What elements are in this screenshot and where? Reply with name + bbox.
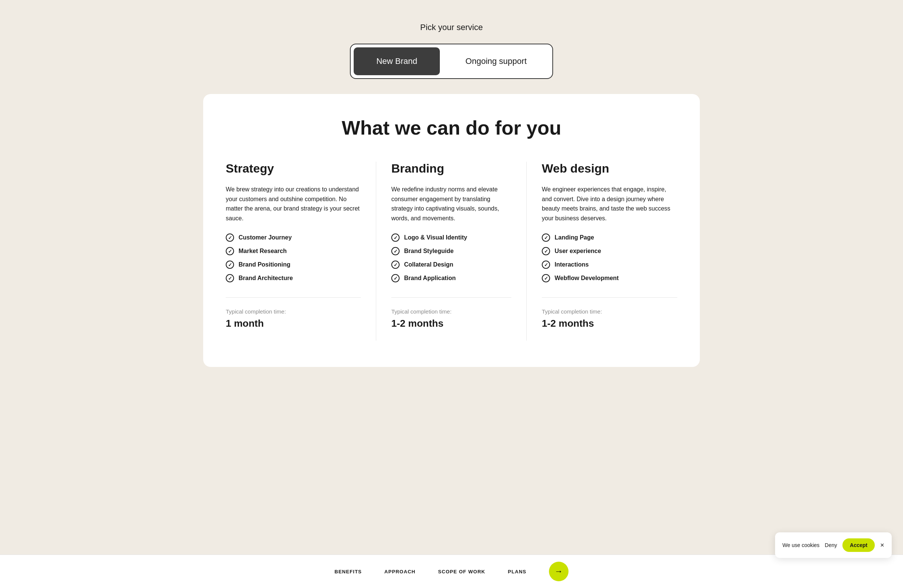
webdesign-completion-label: Typical completion time:	[542, 308, 677, 315]
list-item: ✓ Interactions	[542, 260, 677, 269]
strategy-completion-label: Typical completion time:	[226, 308, 361, 315]
nav-arrow-button[interactable]: →	[549, 562, 568, 581]
strategy-desc: We brew strategy into our creations to u…	[226, 185, 361, 223]
webdesign-desc: We engineer experiences that engage, ins…	[542, 185, 677, 223]
list-item: ✓ Market Research	[226, 247, 361, 255]
service-col-webdesign: Web design We engineer experiences that …	[527, 162, 677, 340]
services-grid: Strategy We brew strategy into our creat…	[226, 162, 677, 340]
check-icon: ✓	[391, 234, 400, 242]
bottom-nav-bar: BENEFITS APPROACH SCOPE OF WORK PLANS →	[0, 555, 903, 588]
check-icon: ✓	[391, 247, 400, 255]
list-item: ✓ Brand Application	[391, 274, 511, 282]
check-icon: ✓	[542, 247, 550, 255]
card-title: What we can do for you	[226, 116, 677, 139]
main-card: What we can do for you Strategy We brew …	[203, 94, 700, 367]
branding-title: Branding	[391, 162, 511, 176]
check-icon: ✓	[226, 234, 234, 242]
list-item: ✓ Landing Page	[542, 234, 677, 242]
cookie-deny-button[interactable]: Deny	[825, 542, 837, 548]
webdesign-features: ✓ Landing Page ✓ User experience ✓ Inter…	[542, 234, 677, 282]
service-col-strategy: Strategy We brew strategy into our creat…	[226, 162, 376, 340]
page-title: Pick your service	[420, 23, 483, 32]
webdesign-completion-time: 1-2 months	[542, 318, 677, 329]
strategy-features: ✓ Customer Journey ✓ Market Research ✓ B…	[226, 234, 361, 282]
check-icon: ✓	[226, 247, 234, 255]
nav-plans[interactable]: PLANS	[508, 569, 526, 574]
ongoing-support-button[interactable]: Ongoing support	[443, 47, 549, 75]
service-toggle: New Brand Ongoing support	[350, 44, 553, 79]
check-icon: ✓	[391, 260, 400, 269]
nav-links: BENEFITS APPROACH SCOPE OF WORK PLANS	[335, 569, 526, 574]
list-item: ✓ User experience	[542, 247, 677, 255]
nav-benefits[interactable]: BENEFITS	[335, 569, 362, 574]
list-item: ✓ Collateral Design	[391, 260, 511, 269]
branding-desc: We redefine industry norms and elevate c…	[391, 185, 511, 223]
list-item: ✓ Brand Positioning	[226, 260, 361, 269]
list-item: ✓ Brand Architecture	[226, 274, 361, 282]
branding-features: ✓ Logo & Visual Identity ✓ Brand Stylegu…	[391, 234, 511, 282]
list-item: ✓ Webflow Development	[542, 274, 677, 282]
check-icon: ✓	[391, 274, 400, 282]
cookie-close-button[interactable]: ×	[880, 541, 884, 549]
webdesign-completion: Typical completion time: 1-2 months	[542, 297, 677, 329]
check-icon: ✓	[542, 234, 550, 242]
branding-completion-label: Typical completion time:	[391, 308, 511, 315]
list-item: ✓ Logo & Visual Identity	[391, 234, 511, 242]
new-brand-button[interactable]: New Brand	[354, 47, 440, 75]
branding-completion-time: 1-2 months	[391, 318, 511, 329]
service-col-branding: Branding We redefine industry norms and …	[376, 162, 527, 340]
check-icon: ✓	[542, 260, 550, 269]
cookie-accept-button[interactable]: Accept	[842, 538, 875, 552]
cookie-text: We use cookies	[783, 542, 820, 548]
strategy-completion-time: 1 month	[226, 318, 361, 329]
webdesign-title: Web design	[542, 162, 677, 176]
check-icon: ✓	[226, 274, 234, 282]
branding-completion: Typical completion time: 1-2 months	[391, 297, 511, 329]
cookie-banner: We use cookies Deny Accept ×	[775, 532, 892, 558]
strategy-completion: Typical completion time: 1 month	[226, 297, 361, 329]
check-icon: ✓	[542, 274, 550, 282]
nav-approach[interactable]: APPROACH	[384, 569, 416, 574]
strategy-title: Strategy	[226, 162, 361, 176]
list-item: ✓ Brand Styleguide	[391, 247, 511, 255]
nav-scope[interactable]: SCOPE OF WORK	[438, 569, 485, 574]
check-icon: ✓	[226, 260, 234, 269]
list-item: ✓ Customer Journey	[226, 234, 361, 242]
